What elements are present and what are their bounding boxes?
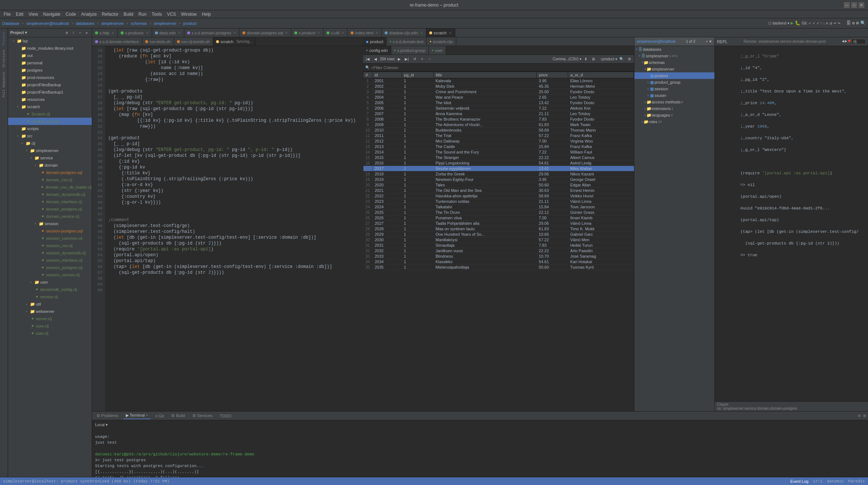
tab-run-tests[interactable]: run-tests.sh xyxy=(142,37,174,46)
tree-item-src[interactable]: ▾ 📁 src xyxy=(8,132,92,140)
sidebar-close-icon[interactable]: ✕ xyxy=(84,30,90,36)
tree-item-simpleserver[interactable]: ▾ 📁 simpleserver xyxy=(8,147,92,154)
menu-vcs[interactable]: VCS xyxy=(165,11,178,18)
tree-item-prod-resources[interactable]: 📁 prod-resources xyxy=(8,74,92,81)
col-pgid[interactable]: pg_id xyxy=(402,72,434,78)
project-icon[interactable]: Project xyxy=(2,30,6,47)
table-row[interactable]: 28 2028 1 Maa on syntinen laulu 61.83 Ti… xyxy=(363,226,634,232)
repl-stop-btn[interactable]: ■ xyxy=(848,39,850,44)
breadcrumb-database[interactable]: Database xyxy=(2,21,19,26)
table-row[interactable]: 15 2015 1 The Stranger 22.22 Albert Camu… xyxy=(363,155,634,160)
breadcrumb-host[interactable]: simpleserver@localhost xyxy=(26,21,69,26)
delete-row-btn[interactable]: − xyxy=(427,56,433,62)
table-row[interactable]: 26 2026 1 Punainen viiva 7.00 Ilmari Kia… xyxy=(363,215,634,221)
table-row[interactable]: 16 2016 1 Pippi Longstocking 54.61 Astri… xyxy=(363,160,634,166)
tree-item-projectfilesbk[interactable]: 📁 projectFilesBackup xyxy=(8,81,92,88)
table-row[interactable]: 12 2012 1 Mrs Dalloway 7.00 Virginia Woo xyxy=(363,139,634,144)
tree-item-domain-interface[interactable]: ● domain_interface.clj xyxy=(8,198,92,205)
db-tree-languages[interactable]: ▸ 📁 languages 4 xyxy=(634,112,714,118)
first-page-btn[interactable]: |◀ xyxy=(365,56,371,62)
table-row[interactable]: 24 2024 1 Taikatalvi 15.84 Tove Jansson xyxy=(363,204,634,210)
settings-icon[interactable]: ⚙ xyxy=(852,20,855,26)
col-id[interactable]: id xyxy=(372,72,401,78)
add-row-btn[interactable]: + xyxy=(419,56,426,62)
tab-product-group[interactable]: ● s.product-group xyxy=(391,46,429,54)
terminal-settings-icon[interactable]: ⚙ xyxy=(858,413,861,418)
breadcrumb-simpleserver2[interactable]: simpleserver xyxy=(154,21,176,26)
table-row[interactable]: 30 2030 1 Manillaköysi 57.22 Väinö Meri xyxy=(363,237,634,243)
menu-file[interactable]: File xyxy=(1,11,13,18)
tab-config-edn[interactable]: ● config.edn xyxy=(363,46,391,54)
tree-item-scripts[interactable]: 📁 scripts xyxy=(8,125,92,132)
table-row[interactable]: 9 2009 1 The Adventures of Huckl... 61.8… xyxy=(363,122,634,128)
menu-edit[interactable]: Edit xyxy=(14,11,26,18)
menu-view[interactable]: View xyxy=(26,11,40,18)
table-row[interactable]: 13 2013 1 The Castle 15.84 Franz Kafka xyxy=(363,144,634,149)
terminal-add-btn[interactable]: + xyxy=(146,413,148,417)
tree-item-lsp[interactable]: ▾ 📁 lsp xyxy=(8,37,92,45)
tree-item-out[interactable]: 📁 out xyxy=(8,52,92,59)
table-row[interactable]: 1 2001 1 Kalevala 3.95 Elias Lönnro xyxy=(363,78,634,84)
menu-window[interactable]: Window xyxy=(179,11,199,18)
sidebar-gear-icon[interactable]: ⚙ xyxy=(64,30,70,36)
tree-item-scratch-dir[interactable]: ▾ 📁 scratch xyxy=(8,103,92,110)
db-tree-product[interactable]: ▸ ▦ product xyxy=(634,72,714,79)
breadcrumb-simpleserver[interactable]: simpleserver xyxy=(101,21,124,26)
tab-domain-postgres[interactable]: s.s.d.domain-postgres ✕ xyxy=(184,29,239,37)
sidebar-collapse-icon[interactable]: — xyxy=(77,30,83,36)
table-row[interactable]: 3 2003 1 Crime and Punishment 25.00 Fyod… xyxy=(363,89,634,95)
tree-item-session-service[interactable]: ● session_service.clj xyxy=(8,271,92,279)
debug-icon[interactable]: 🐛 xyxy=(795,20,800,26)
col-rownum[interactable]: # xyxy=(363,72,373,78)
table-row[interactable]: 10 2010 1 Buddenbrooks 58.69 Thomas Mann xyxy=(363,128,634,133)
refresh-icon[interactable]: ↺ xyxy=(830,20,832,26)
tab-s-util[interactable]: s.util ✕ xyxy=(324,29,348,37)
db-tree-product-group[interactable]: ▸ ▦ product_group xyxy=(634,79,714,86)
tree-item-session-csv[interactable]: ● session_csv.clj xyxy=(8,242,92,249)
col-aord[interactable]: a_or_d xyxy=(568,72,634,78)
tab-scratch-active[interactable]: scratch Syncing... xyxy=(213,37,256,46)
tree-item-user[interactable]: ▸ 📁 user xyxy=(8,279,92,286)
tree-item-dynamo-config[interactable]: ● dynamodb_config.clj xyxy=(8,286,92,293)
db-tree-schemas[interactable]: ▾ 📁 schemas xyxy=(634,59,714,66)
code-content[interactable]: (let [raw (sql-get-product-groups db)) (… xyxy=(105,46,363,411)
breadcrumb-schemas[interactable]: schemas xyxy=(131,21,147,26)
table-row[interactable]: 23 2023 1 Tuntematon sotilas 21.11 Väinö… xyxy=(363,199,634,204)
tree-item-service-clj[interactable]: ● service.clj xyxy=(8,293,92,300)
tab-scratch-cljs-db[interactable]: ● scratch-cljs xyxy=(427,37,456,46)
db-tree-plus-icon[interactable]: + xyxy=(706,39,708,43)
tree-item-projectfilesbk1[interactable]: 📁 projectFilesBackup1 xyxy=(8,88,92,96)
sidebar-sort-icon[interactable]: ↕ xyxy=(71,30,76,36)
repl-ns-input[interactable]: clj xyxy=(851,39,866,44)
menu-help[interactable]: Help xyxy=(200,11,213,18)
db-tree-access-methods[interactable]: ▸ 📁 access methods 6 xyxy=(634,99,714,105)
tab-scratch[interactable]: scratch ✕ xyxy=(426,29,455,37)
db-tree-simpleserver[interactable]: ▾ 🗄 simpleserver 1 of 4 xyxy=(634,53,714,59)
tree-item-scratch-clj[interactable]: ● Scratch.clj xyxy=(8,110,92,118)
tree-item-domain-dynamo[interactable]: ● domain_dynamodb.clj xyxy=(8,191,92,198)
tab-index-html[interactable]: index.html ✕ xyxy=(348,29,382,37)
table-row[interactable]: 18 2018 1 Zorba the Greek 29.06 Nikos Ka… xyxy=(363,171,634,177)
search-icon[interactable]: 🔍 xyxy=(860,20,866,26)
tree-item-core-clj[interactable]: ● core.clj xyxy=(8,322,92,330)
menu-navigate[interactable]: Navigate xyxy=(41,11,63,18)
table-row[interactable]: 7 2007 1 Anna Karenina 21.11 Leo Tolstoy xyxy=(363,111,634,117)
table-row[interactable]: 11 2011 1 The Trial 57.22 Franz Kafka xyxy=(363,133,634,139)
tree-item-session[interactable]: ▾ 📁 session xyxy=(8,220,92,227)
config-btn[interactable]: ⚙ xyxy=(626,56,633,62)
table-row[interactable]: 8 2008 1 The Brothers Karamazov 7.83 Fyo… xyxy=(363,117,634,122)
tree-item-domain-postgres-sql[interactable]: ● domain-postgres.sql xyxy=(8,169,92,176)
tree-item-domain-service[interactable]: ● domain_service.clj xyxy=(8,213,92,220)
tab-domain-test[interactable]: ● s.s.d.domain-test xyxy=(386,37,427,46)
db-tree-extensions[interactable]: ▸ 📁 extensions 1 xyxy=(634,105,714,112)
search-icon-btn[interactable]: 🔍 xyxy=(618,56,625,62)
tab-domain-sql[interactable]: domain-postgres.sql ✕ xyxy=(239,29,291,37)
tree-item-personal[interactable]: 📁 personal xyxy=(8,59,92,67)
tab-s-http[interactable]: s.http ✕ xyxy=(92,29,118,37)
menu-build[interactable]: Build xyxy=(121,11,136,18)
table-row[interactable]: 20 2020 1 Tales 50.60 Edgar Allan xyxy=(363,182,634,188)
tab-user-db[interactable]: ● user xyxy=(429,46,446,54)
close-button[interactable]: ✕ xyxy=(858,2,864,8)
prev-page-btn[interactable]: ◀ xyxy=(372,56,379,62)
tree-item-webserver[interactable]: ▾ 📁 webserver xyxy=(8,308,92,315)
